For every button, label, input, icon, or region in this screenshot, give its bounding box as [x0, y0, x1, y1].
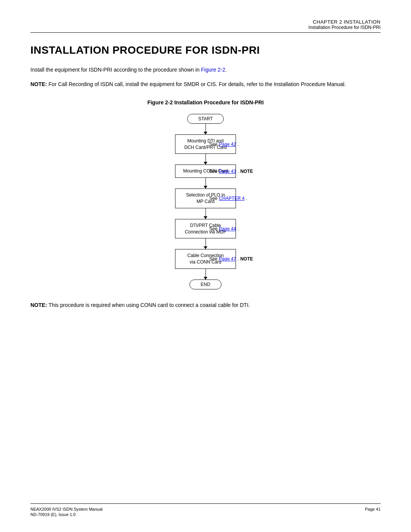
note2-text: This procedure is required when using CO…: [49, 301, 250, 309]
node1-row: Mounting DTI and DCH Card/PRT Card See P…: [91, 134, 320, 154]
page-footer: NEAX2000 IVS2 ISDN System Manual ND-7091…: [30, 503, 381, 517]
footer-issue: ND-70919 (E), Issue 1.0: [30, 512, 103, 517]
node2-sidenote: See Page 43. NOTE: [209, 169, 253, 174]
page-title: INSTALLATION PROCEDURE FOR ISDN-PRI: [30, 44, 381, 56]
intro-end: .: [225, 67, 227, 73]
node4-link[interactable]: Page 44: [219, 226, 236, 232]
node5-link[interactable]: Page 47: [219, 256, 236, 262]
node3-link[interactable]: CHAPTER 4: [219, 196, 244, 201]
node5-note-label: NOTE: [240, 256, 253, 262]
node4-sidenote: See Page 44.: [209, 226, 239, 232]
node1-sidenote: See Page 42.: [209, 142, 239, 147]
chapter-title: CHAPTER 2 INSTALLATION: [30, 19, 381, 25]
note1-text: For Call Recording of ISDN call, install…: [49, 80, 346, 88]
arrow-5: [206, 238, 206, 249]
arrow-2: [206, 154, 206, 165]
figure-link[interactable]: Figure 2-2: [201, 67, 225, 73]
node2-note-label: NOTE: [240, 169, 253, 174]
node2-link[interactable]: Page 43: [219, 169, 236, 174]
flowchart-column: START Mounting DTI and DCH Card/PRT Card…: [91, 114, 320, 289]
header-subtitle: Installation Procedure for ISDN-PRI: [30, 25, 381, 30]
node5-row: Cable Connection via CONN Card See Page …: [91, 249, 320, 269]
node3-sidenote: See CHAPTER 4.: [209, 196, 247, 201]
arrow-3: [206, 178, 206, 189]
page: CHAPTER 2 INSTALLATION Installation Proc…: [0, 0, 411, 532]
note-block-2: NOTE: This procedure is required when us…: [30, 301, 381, 309]
flowchart-wrapper: START Mounting DTI and DCH Card/PRT Card…: [30, 114, 381, 289]
node4-row: DTI/PRT Cable Connection via MDF See Pag…: [91, 219, 320, 239]
page-header: CHAPTER 2 INSTALLATION Installation Proc…: [30, 19, 381, 33]
node5-sidenote: See Page 47. NOTE: [209, 256, 253, 262]
footer-page: Page 41: [365, 507, 381, 517]
note1-label: NOTE:: [30, 80, 47, 88]
arrow-1: [206, 124, 206, 134]
figure-title: Figure 2-2 Installation Procedure for IS…: [30, 99, 381, 105]
end-node: END: [190, 280, 221, 289]
node1-link[interactable]: Page 42: [219, 142, 236, 147]
arrow-4: [206, 208, 206, 219]
node3-row: Selection of PLO in MP Card See CHAPTER …: [91, 189, 320, 208]
start-node: START: [187, 114, 224, 124]
flowchart: START Mounting DTI and DCH Card/PRT Card…: [91, 114, 320, 289]
intro-paragraph: Install the equipment for ISDN-PRI accor…: [30, 66, 381, 74]
arrow-6: [206, 269, 206, 280]
note-block-1: NOTE: For Call Recording of ISDN call, i…: [30, 80, 381, 88]
node2-row: Mounting CONN Card See Page 43. NOTE: [91, 165, 320, 178]
footer-left: NEAX2000 IVS2 ISDN System Manual ND-7091…: [30, 507, 103, 517]
footer-manual: NEAX2000 IVS2 ISDN System Manual: [30, 507, 103, 511]
note2-label: NOTE:: [30, 301, 47, 309]
intro-text: Install the equipment for ISDN-PRI accor…: [30, 67, 201, 73]
